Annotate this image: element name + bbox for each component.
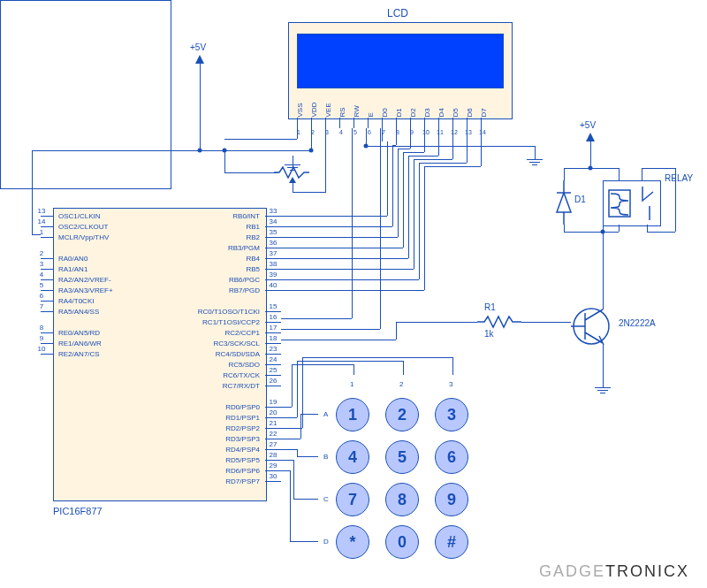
resistor-value: 1k	[484, 329, 494, 339]
brand-logo: GADGETRONICX	[539, 562, 689, 581]
transistor-icon	[566, 301, 617, 352]
power-arrow-icon	[195, 55, 204, 64]
keypad	[0, 0, 171, 189]
keypad-key-4: 4	[336, 440, 369, 474]
keypad-key-7: 7	[336, 483, 369, 516]
relay-label: RELAY	[665, 173, 693, 183]
keypad-key-#: #	[435, 525, 468, 559]
diode-icon	[555, 180, 573, 225]
transistor-ref: 2N2222A	[619, 318, 656, 328]
keypad-key-3: 3	[435, 398, 468, 431]
keypad-key-5: 5	[385, 440, 419, 474]
keypad-key-*: *	[336, 525, 369, 559]
keypad-key-6: 6	[435, 440, 468, 474]
relay	[603, 180, 661, 226]
mcu-name: PIC16F877	[53, 506, 103, 516]
lcd-screen	[297, 34, 504, 88]
keypad-key-2: 2	[385, 398, 419, 431]
resistor-icon	[477, 315, 521, 329]
diode-ref: D1	[574, 195, 586, 204]
keypad-key-0: 0	[385, 525, 419, 559]
keypad-key-1: 1	[336, 398, 369, 431]
lcd-label: LCD	[387, 7, 408, 19]
voltage-label-1: +5V	[190, 42, 206, 52]
schematic-canvas: LCD VSS1VDD2VEE3RS4RW5E6D07D18D29D310D41…	[0, 0, 707, 588]
power-arrow-icon	[586, 133, 595, 141]
keypad-key-8: 8	[385, 483, 419, 516]
keypad-key-9: 9	[435, 483, 468, 516]
voltage-label-2: +5V	[580, 120, 596, 130]
resistor-ref: R1	[484, 302, 496, 312]
